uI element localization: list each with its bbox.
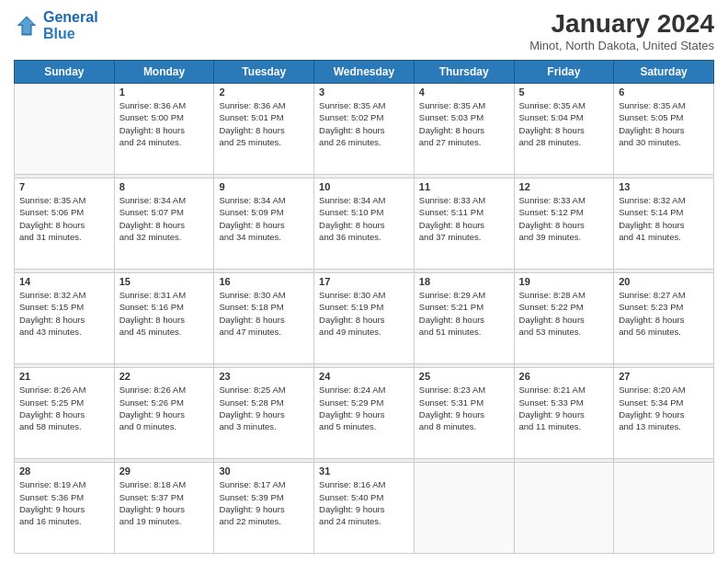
calendar-cell: 8Sunrise: 8:34 AMSunset: 5:07 PMDaylight… <box>114 178 214 270</box>
calendar-cell: 2Sunrise: 8:36 AMSunset: 5:01 PMDaylight… <box>214 84 314 175</box>
day-number: 19 <box>519 276 609 287</box>
day-number: 13 <box>619 181 709 192</box>
calendar-cell <box>514 463 614 554</box>
day-info: Sunrise: 8:33 AMSunset: 5:12 PMDaylight:… <box>519 194 609 243</box>
day-info: Sunrise: 8:30 AMSunset: 5:19 PMDaylight:… <box>319 289 409 338</box>
calendar-cell <box>414 463 514 554</box>
day-number: 29 <box>119 465 210 477</box>
day-number: 30 <box>219 465 309 477</box>
day-number: 12 <box>519 181 609 192</box>
day-number: 28 <box>19 465 109 477</box>
day-number: 23 <box>219 371 309 382</box>
calendar-cell: 27Sunrise: 8:20 AMSunset: 5:34 PMDayligh… <box>614 368 714 459</box>
day-number: 17 <box>319 276 409 287</box>
day-info: Sunrise: 8:30 AMSunset: 5:18 PMDaylight:… <box>219 289 309 338</box>
calendar-cell: 14Sunrise: 8:32 AMSunset: 5:15 PMDayligh… <box>15 273 115 364</box>
day-info: Sunrise: 8:33 AMSunset: 5:11 PMDaylight:… <box>419 194 509 243</box>
day-info: Sunrise: 8:26 AMSunset: 5:26 PMDaylight:… <box>119 384 210 432</box>
logo-icon <box>14 13 40 39</box>
day-number: 3 <box>319 86 409 98</box>
day-info: Sunrise: 8:26 AMSunset: 5:25 PMDaylight:… <box>19 384 109 432</box>
day-info: Sunrise: 8:25 AMSunset: 5:28 PMDaylight:… <box>219 384 309 432</box>
day-info: Sunrise: 8:35 AMSunset: 5:03 PMDaylight:… <box>419 99 509 148</box>
calendar-cell: 9Sunrise: 8:34 AMSunset: 5:09 PMDaylight… <box>214 178 314 270</box>
logo-text: General Blue <box>43 9 98 42</box>
calendar-cell: 25Sunrise: 8:23 AMSunset: 5:31 PMDayligh… <box>414 368 514 459</box>
day-info: Sunrise: 8:27 AMSunset: 5:23 PMDaylight:… <box>619 289 709 338</box>
calendar-cell: 5Sunrise: 8:35 AMSunset: 5:04 PMDaylight… <box>514 84 614 175</box>
calendar-cell: 18Sunrise: 8:29 AMSunset: 5:21 PMDayligh… <box>414 273 514 364</box>
calendar-cell: 30Sunrise: 8:17 AMSunset: 5:39 PMDayligh… <box>214 463 314 554</box>
calendar-cell: 24Sunrise: 8:24 AMSunset: 5:29 PMDayligh… <box>314 368 415 459</box>
day-info: Sunrise: 8:31 AMSunset: 5:16 PMDaylight:… <box>119 289 210 338</box>
calendar-cell: 20Sunrise: 8:27 AMSunset: 5:23 PMDayligh… <box>614 273 714 364</box>
calendar-cell: 19Sunrise: 8:28 AMSunset: 5:22 PMDayligh… <box>514 273 614 364</box>
day-number: 18 <box>419 276 509 287</box>
day-number: 31 <box>319 465 409 477</box>
day-number: 1 <box>119 86 210 98</box>
calendar-header-row: Sunday Monday Tuesday Wednesday Thursday… <box>15 61 714 84</box>
day-info: Sunrise: 8:34 AMSunset: 5:09 PMDaylight:… <box>219 194 309 243</box>
week-row-1: 1Sunrise: 8:36 AMSunset: 5:00 PMDaylight… <box>15 84 714 175</box>
day-info: Sunrise: 8:34 AMSunset: 5:07 PMDaylight:… <box>119 194 210 243</box>
header-sunday: Sunday <box>15 61 115 84</box>
week-row-4: 21Sunrise: 8:26 AMSunset: 5:25 PMDayligh… <box>15 368 714 459</box>
day-number: 21 <box>19 371 109 382</box>
calendar-cell: 7Sunrise: 8:35 AMSunset: 5:06 PMDaylight… <box>15 178 115 270</box>
day-info: Sunrise: 8:36 AMSunset: 5:01 PMDaylight:… <box>219 99 309 148</box>
day-number: 2 <box>219 86 309 98</box>
header-tuesday: Tuesday <box>214 61 314 84</box>
day-info: Sunrise: 8:16 AMSunset: 5:40 PMDaylight:… <box>319 478 409 527</box>
header-monday: Monday <box>114 61 214 84</box>
day-number: 26 <box>519 371 609 382</box>
calendar-cell: 6Sunrise: 8:35 AMSunset: 5:05 PMDaylight… <box>614 84 714 175</box>
day-number: 11 <box>419 181 509 192</box>
calendar-cell: 12Sunrise: 8:33 AMSunset: 5:12 PMDayligh… <box>514 178 614 270</box>
calendar-cell: 16Sunrise: 8:30 AMSunset: 5:18 PMDayligh… <box>214 273 314 364</box>
week-row-3: 14Sunrise: 8:32 AMSunset: 5:15 PMDayligh… <box>15 273 714 364</box>
page: General Blue January 2024 Minot, North D… <box>0 0 728 563</box>
calendar-cell: 22Sunrise: 8:26 AMSunset: 5:26 PMDayligh… <box>114 368 214 459</box>
day-info: Sunrise: 8:17 AMSunset: 5:39 PMDaylight:… <box>219 478 309 527</box>
logo: General Blue <box>14 9 98 42</box>
calendar: Sunday Monday Tuesday Wednesday Thursday… <box>14 60 714 554</box>
calendar-cell <box>614 463 714 554</box>
day-info: Sunrise: 8:28 AMSunset: 5:22 PMDaylight:… <box>519 289 609 338</box>
day-number: 24 <box>319 371 409 382</box>
calendar-cell: 29Sunrise: 8:18 AMSunset: 5:37 PMDayligh… <box>114 463 214 554</box>
day-info: Sunrise: 8:19 AMSunset: 5:36 PMDaylight:… <box>19 478 109 527</box>
day-info: Sunrise: 8:32 AMSunset: 5:14 PMDaylight:… <box>619 194 709 243</box>
day-info: Sunrise: 8:29 AMSunset: 5:21 PMDaylight:… <box>419 289 509 338</box>
calendar-cell: 26Sunrise: 8:21 AMSunset: 5:33 PMDayligh… <box>514 368 614 459</box>
header-thursday: Thursday <box>414 61 514 84</box>
day-number: 27 <box>619 371 709 382</box>
day-number: 7 <box>19 181 109 192</box>
location-subtitle: Minot, North Dakota, United States <box>529 39 714 52</box>
header-wednesday: Wednesday <box>314 61 415 84</box>
day-info: Sunrise: 8:32 AMSunset: 5:15 PMDaylight:… <box>19 289 109 338</box>
day-number: 25 <box>419 371 509 382</box>
calendar-cell: 4Sunrise: 8:35 AMSunset: 5:03 PMDaylight… <box>414 84 514 175</box>
calendar-cell <box>15 84 115 175</box>
calendar-cell: 17Sunrise: 8:30 AMSunset: 5:19 PMDayligh… <box>314 273 415 364</box>
day-number: 8 <box>119 181 210 192</box>
header: General Blue January 2024 Minot, North D… <box>14 9 714 52</box>
day-number: 16 <box>219 276 309 287</box>
week-row-2: 7Sunrise: 8:35 AMSunset: 5:06 PMDaylight… <box>15 178 714 270</box>
day-number: 15 <box>119 276 210 287</box>
day-number: 10 <box>319 181 409 192</box>
calendar-cell: 23Sunrise: 8:25 AMSunset: 5:28 PMDayligh… <box>214 368 314 459</box>
calendar-cell: 28Sunrise: 8:19 AMSunset: 5:36 PMDayligh… <box>15 463 115 554</box>
calendar-cell: 11Sunrise: 8:33 AMSunset: 5:11 PMDayligh… <box>414 178 514 270</box>
day-number: 4 <box>419 86 509 98</box>
calendar-cell: 31Sunrise: 8:16 AMSunset: 5:40 PMDayligh… <box>314 463 415 554</box>
month-title: January 2024 <box>529 9 714 39</box>
day-info: Sunrise: 8:23 AMSunset: 5:31 PMDaylight:… <box>419 384 509 432</box>
day-number: 14 <box>19 276 109 287</box>
day-number: 5 <box>519 86 609 98</box>
day-info: Sunrise: 8:35 AMSunset: 5:04 PMDaylight:… <box>519 99 609 148</box>
week-row-5: 28Sunrise: 8:19 AMSunset: 5:36 PMDayligh… <box>15 463 714 554</box>
calendar-cell: 3Sunrise: 8:35 AMSunset: 5:02 PMDaylight… <box>314 84 415 175</box>
day-info: Sunrise: 8:35 AMSunset: 5:06 PMDaylight:… <box>19 194 109 243</box>
calendar-cell: 10Sunrise: 8:34 AMSunset: 5:10 PMDayligh… <box>314 178 415 270</box>
